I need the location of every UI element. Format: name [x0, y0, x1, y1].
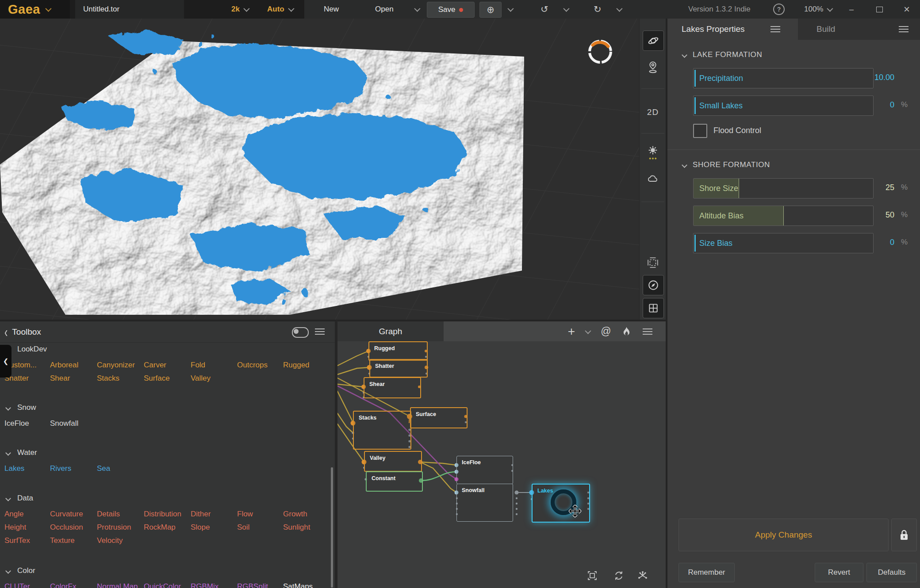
- toolbox-item-stacks[interactable]: Stacks: [97, 374, 144, 387]
- panel-flyout-tab[interactable]: ❮: [0, 345, 12, 378]
- toolbox-item-surface[interactable]: Surface: [144, 374, 191, 387]
- new-button[interactable]: New: [324, 0, 339, 19]
- build-mode-dropdown[interactable]: Auto: [267, 0, 293, 19]
- add-button[interactable]: ⊕: [479, 2, 502, 18]
- close-button[interactable]: ×: [898, 0, 916, 19]
- toolbox-item-occlusion[interactable]: Occlusion: [50, 523, 97, 536]
- toolbox-item-soil[interactable]: Soil: [237, 523, 283, 536]
- category-header[interactable]: Snow: [6, 402, 335, 413]
- toolbox-item-colorfx[interactable]: ColorFx: [50, 582, 97, 588]
- graph-node-constant[interactable]: Constant: [366, 471, 423, 492]
- redo-button[interactable]: ↻: [594, 0, 602, 19]
- toolbox-item-velocity[interactable]: Velocity: [97, 536, 144, 550]
- tab-lakes-properties[interactable]: Lakes Properties: [667, 19, 798, 40]
- graph-node-shatter[interactable]: Shatter: [369, 359, 428, 378]
- auto-layout-button[interactable]: [636, 569, 649, 582]
- defaults-button[interactable]: Defaults: [866, 563, 917, 582]
- graph-node-snowfall[interactable]: Snowfall: [456, 484, 513, 522]
- checkbox[interactable]: [693, 124, 707, 138]
- toolbox-item-snowfall[interactable]: Snowfall: [50, 419, 97, 432]
- toolbox-item-rgbmix[interactable]: RGBMix: [191, 582, 237, 588]
- toolbox-item-shatter[interactable]: Shatter: [4, 374, 50, 387]
- category-header[interactable]: Color: [6, 565, 335, 576]
- graph-tab[interactable]: Graph: [337, 321, 444, 341]
- toolbox-scrollbar[interactable]: [331, 467, 333, 588]
- maximize-button[interactable]: [870, 0, 888, 19]
- property-value[interactable]: 50: [886, 201, 894, 229]
- add-dropdown-chevron[interactable]: [508, 0, 512, 19]
- zoom-dropdown[interactable]: 100%: [804, 0, 832, 19]
- toolbox-item-protrusion[interactable]: Protrusion: [97, 523, 144, 536]
- open-button[interactable]: Open: [375, 0, 419, 19]
- toolbox-item-valley[interactable]: Valley: [191, 374, 237, 387]
- mention-button[interactable]: @: [599, 321, 613, 341]
- toolbox-item-texture[interactable]: Texture: [50, 536, 97, 550]
- toolbox-item-carver[interactable]: Carver: [144, 361, 191, 374]
- section-header[interactable]: LAKE FORMATION: [682, 50, 920, 59]
- category-header[interactable]: Water: [6, 447, 335, 458]
- toolbox-item-fold[interactable]: Fold: [191, 361, 237, 374]
- graph-node-shear[interactable]: Shear: [364, 377, 421, 398]
- toolbox-item-distribution[interactable]: Distribution: [144, 510, 191, 523]
- property-value[interactable]: 10.00: [874, 64, 894, 91]
- clouds-button[interactable]: [643, 169, 663, 188]
- toolbox-item-growth[interactable]: Growth: [283, 510, 335, 523]
- toolbox-item-shear[interactable]: Shear: [50, 374, 97, 387]
- graph-node-stacks[interactable]: Stacks: [353, 411, 411, 450]
- category-header[interactable]: LookDev: [6, 344, 335, 355]
- section-header[interactable]: SHORE FORMATION: [682, 160, 920, 169]
- toolbox-item-satmaps[interactable]: SatMaps: [283, 582, 335, 588]
- toolbox-item-outcrops[interactable]: Outcrops: [237, 361, 283, 374]
- redo-dropdown-chevron[interactable]: [617, 0, 621, 19]
- lighting-button[interactable]: [643, 143, 663, 163]
- app-menu[interactable]: Gaea: [0, 0, 70, 19]
- toolbox-item-canyonizer[interactable]: Canyonizer: [97, 361, 144, 374]
- compass-button[interactable]: [643, 275, 664, 295]
- toolbox-item-surftex[interactable]: SurfTex: [4, 536, 50, 550]
- toolbox-item-details[interactable]: Details: [97, 510, 144, 523]
- toolbox-item-rugged[interactable]: Rugged: [283, 361, 335, 374]
- toolbox-item-dither[interactable]: Dither: [191, 510, 237, 523]
- toolbox-item-icefloe[interactable]: IceFloe: [4, 419, 50, 432]
- property-slider-field[interactable]: Small Lakes: [693, 95, 874, 116]
- crop-region-button[interactable]: [643, 253, 663, 272]
- layout-grid-button[interactable]: [643, 298, 664, 318]
- revert-button[interactable]: Revert: [815, 563, 863, 582]
- property-value[interactable]: 0: [890, 229, 894, 256]
- property-slider-field[interactable]: Altitude Bias: [693, 206, 874, 226]
- properties-menu-icon[interactable]: [770, 29, 780, 30]
- toolbox-item-cluter[interactable]: CLUTer: [4, 582, 50, 588]
- help-button[interactable]: ?: [773, 0, 785, 19]
- toolbox-item-arboreal[interactable]: Arboreal: [50, 361, 97, 374]
- toolbox-toggle-icon[interactable]: [292, 327, 309, 338]
- build-menu-icon[interactable]: [899, 29, 908, 30]
- toolbox-item-normal-map[interactable]: Normal Map: [97, 582, 144, 588]
- terrain-3d-viewport[interactable]: [0, 19, 639, 320]
- property-value[interactable]: 0: [890, 91, 894, 118]
- toolbox-item-sea[interactable]: Sea: [97, 464, 144, 477]
- undo-button[interactable]: ↺: [540, 0, 548, 19]
- save-button[interactable]: Save: [427, 2, 475, 18]
- graph-menu-button[interactable]: [641, 321, 654, 341]
- toolbox-item-quickcolor[interactable]: QuickColor: [144, 582, 191, 588]
- graph-node-icefloe[interactable]: IceFloe: [456, 456, 513, 484]
- add-node-chevron[interactable]: [582, 321, 593, 341]
- toolbox-item-rgbsplit[interactable]: RGBSplit: [237, 582, 283, 588]
- bake-button[interactable]: [620, 321, 633, 341]
- category-header[interactable]: Data: [6, 493, 335, 504]
- toolbox-item-flow[interactable]: Flow: [237, 510, 283, 523]
- view-2d-button[interactable]: 2D: [643, 103, 663, 122]
- toolbox-item-slope[interactable]: Slope: [191, 523, 237, 536]
- toolbox-item-curvature[interactable]: Curvature: [50, 510, 97, 523]
- refresh-graph-button[interactable]: [612, 569, 625, 582]
- graph-panel[interactable]: RuggedShatterShearStacksSurfaceValleyCon…: [337, 320, 666, 588]
- undo-dropdown-chevron[interactable]: [564, 0, 568, 19]
- apply-changes-button[interactable]: Apply Changes: [678, 519, 889, 551]
- toolbox-item-rockmap[interactable]: RockMap: [144, 523, 191, 536]
- toolbox-menu-icon[interactable]: [315, 331, 325, 332]
- toolbox-item-rivers[interactable]: Rivers: [50, 464, 97, 477]
- location-button[interactable]: [643, 57, 663, 77]
- property-value[interactable]: 25: [886, 174, 894, 201]
- property-slider-field[interactable]: Size Bias: [693, 233, 874, 253]
- add-node-button[interactable]: +: [564, 321, 579, 341]
